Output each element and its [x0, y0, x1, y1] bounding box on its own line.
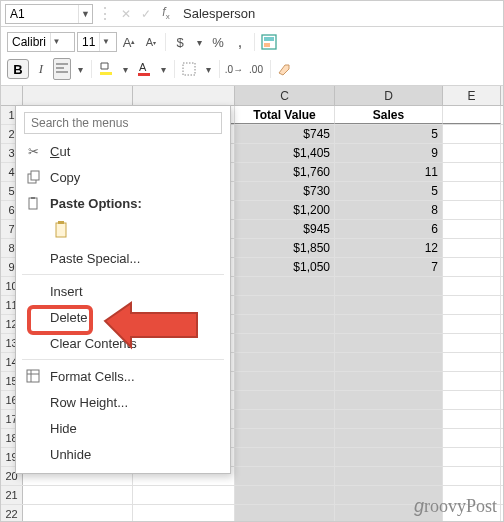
italic-button[interactable]: I — [31, 59, 51, 79]
cell[interactable]: 8 — [335, 201, 443, 219]
cell[interactable]: 12 — [335, 239, 443, 257]
menu-item-hide[interactable]: Hide — [16, 415, 230, 441]
cell[interactable]: 5 — [335, 125, 443, 143]
cell[interactable]: $745 — [235, 125, 335, 143]
cell[interactable] — [235, 505, 335, 522]
font-color-icon[interactable]: A — [134, 59, 154, 79]
cell[interactable] — [443, 315, 501, 333]
cell[interactable] — [443, 391, 501, 409]
cell[interactable] — [443, 144, 501, 162]
cell[interactable]: Total Value — [235, 106, 335, 124]
cell[interactable]: $730 — [235, 182, 335, 200]
cell[interactable] — [23, 486, 133, 504]
cell[interactable] — [235, 448, 335, 466]
currency-icon[interactable]: $ — [170, 32, 190, 52]
cell[interactable] — [443, 296, 501, 314]
chevron-down-icon[interactable]: ▾ — [201, 59, 215, 79]
cell[interactable] — [443, 353, 501, 371]
chevron-down-icon[interactable]: ▾ — [192, 32, 206, 52]
column-header[interactable] — [23, 86, 133, 105]
cell[interactable] — [443, 410, 501, 428]
cell[interactable] — [443, 163, 501, 181]
cell[interactable] — [23, 505, 133, 522]
cell[interactable] — [335, 467, 443, 485]
insert-function-icon[interactable]: fx — [157, 5, 175, 21]
menu-item-row-height[interactable]: Row Height... — [16, 389, 230, 415]
cell[interactable] — [443, 201, 501, 219]
cell[interactable] — [443, 429, 501, 447]
comma-style-icon[interactable]: , — [230, 32, 250, 52]
cell[interactable] — [133, 505, 235, 522]
cell[interactable] — [235, 467, 335, 485]
cell[interactable] — [235, 486, 335, 504]
row-header[interactable]: 22 — [1, 505, 23, 522]
menu-item-paste-special[interactable]: Paste Special... — [16, 245, 230, 271]
cell[interactable]: 7 — [335, 258, 443, 276]
row-header[interactable]: 21 — [1, 486, 23, 504]
decrease-font-icon[interactable]: A▾ — [141, 32, 161, 52]
cell[interactable] — [443, 334, 501, 352]
cell[interactable] — [443, 220, 501, 238]
cell[interactable] — [335, 334, 443, 352]
column-header[interactable]: E — [443, 86, 501, 105]
clear-format-icon[interactable] — [275, 59, 295, 79]
cell[interactable] — [443, 125, 501, 143]
select-all-corner[interactable] — [1, 86, 23, 105]
conditional-formatting-icon[interactable] — [259, 32, 279, 52]
cell[interactable]: 9 — [335, 144, 443, 162]
menu-search-input[interactable] — [24, 112, 222, 134]
cell[interactable]: $1,760 — [235, 163, 335, 181]
name-box-input[interactable] — [6, 7, 78, 21]
cell[interactable]: $1,850 — [235, 239, 335, 257]
cell[interactable] — [335, 429, 443, 447]
chevron-down-icon[interactable]: ▾ — [73, 59, 87, 79]
paste-icon[interactable] — [50, 218, 74, 242]
cell[interactable] — [335, 277, 443, 295]
cell[interactable] — [443, 372, 501, 390]
column-header[interactable]: D — [335, 86, 443, 105]
name-box-dropdown-icon[interactable]: ▼ — [78, 5, 92, 23]
cell[interactable] — [443, 258, 501, 276]
menu-item-unhide[interactable]: Unhide — [16, 441, 230, 467]
cell[interactable]: $1,200 — [235, 201, 335, 219]
bold-button[interactable]: B — [7, 59, 29, 79]
column-header[interactable]: C — [235, 86, 335, 105]
cell[interactable] — [335, 315, 443, 333]
cell[interactable] — [235, 353, 335, 371]
cell[interactable]: $945 — [235, 220, 335, 238]
cell[interactable] — [235, 296, 335, 314]
cell[interactable] — [443, 239, 501, 257]
cell[interactable] — [235, 429, 335, 447]
cell[interactable] — [443, 448, 501, 466]
align-left-button[interactable] — [53, 58, 71, 80]
chevron-down-icon[interactable]: ▾ — [118, 59, 132, 79]
name-box[interactable]: ▼ — [5, 4, 93, 24]
menu-search[interactable] — [24, 112, 222, 134]
cell[interactable] — [235, 391, 335, 409]
cell[interactable] — [335, 410, 443, 428]
column-header[interactable] — [133, 86, 235, 105]
cell[interactable] — [443, 277, 501, 295]
decrease-decimal-icon[interactable]: .00 — [246, 59, 266, 79]
increase-font-icon[interactable]: A▴ — [119, 32, 139, 52]
cell[interactable] — [335, 448, 443, 466]
cell[interactable] — [235, 315, 335, 333]
menu-item-copy[interactable]: Copy — [16, 164, 230, 190]
cell[interactable]: $1,405 — [235, 144, 335, 162]
fill-color-icon[interactable] — [96, 59, 116, 79]
cell[interactable] — [335, 391, 443, 409]
cell[interactable] — [443, 467, 501, 485]
cell[interactable] — [335, 372, 443, 390]
cell[interactable] — [235, 372, 335, 390]
borders-icon[interactable] — [179, 59, 199, 79]
increase-decimal-icon[interactable]: .0→ — [224, 59, 244, 79]
cell[interactable]: Sales — [335, 106, 443, 124]
cell[interactable] — [443, 182, 501, 200]
menu-item-cut[interactable]: ✂ Cut — [16, 138, 230, 164]
cell[interactable] — [335, 353, 443, 371]
font-name-select[interactable]: Calibri▼ — [7, 32, 75, 52]
cell[interactable]: 6 — [335, 220, 443, 238]
cell[interactable]: 5 — [335, 182, 443, 200]
cell[interactable]: 11 — [335, 163, 443, 181]
cell[interactable] — [235, 334, 335, 352]
